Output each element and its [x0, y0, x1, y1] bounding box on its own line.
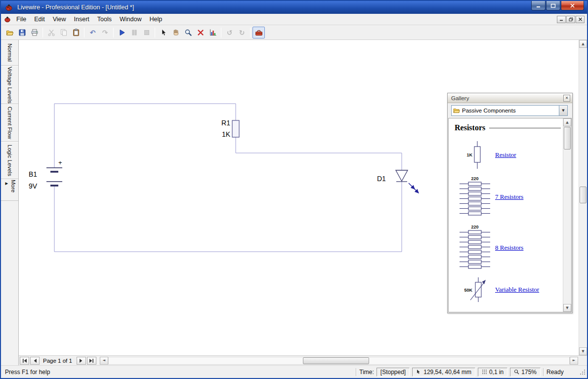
divider: [98, 357, 98, 364]
gallery-category-combobox[interactable]: Passive Components ▼: [451, 105, 568, 116]
menu-item-file[interactable]: File: [12, 15, 30, 24]
side-tab-logic-levels[interactable]: Logic Levels: [1, 142, 18, 179]
wire-segment[interactable]: [54, 182, 402, 252]
pause-button[interactable]: [128, 27, 140, 38]
side-tab-normal[interactable]: Normal: [1, 40, 18, 66]
zoom-icon: [514, 369, 519, 375]
mdi-minimize-button[interactable]: [557, 16, 566, 23]
wire-segment[interactable]: [54, 104, 236, 168]
svg-text:220: 220: [471, 176, 478, 181]
gallery-scroll-down-button[interactable]: ▼: [563, 304, 571, 312]
save-button[interactable]: [16, 27, 28, 38]
redo-button[interactable]: ↷: [99, 27, 111, 38]
gallery-category-row: Passive Components ▼: [448, 103, 572, 118]
menu-item-edit[interactable]: Edit: [30, 15, 49, 24]
menu-item-view[interactable]: View: [49, 15, 70, 24]
vertical-scrollbar[interactable]: ▲ ▼: [579, 40, 587, 355]
stop-button[interactable]: [140, 27, 153, 38]
zoom-button[interactable]: [182, 27, 194, 38]
previous-page-button[interactable]: [30, 357, 40, 365]
scroll-right-button[interactable]: ►: [570, 357, 578, 365]
horizontal-scrollbar-track[interactable]: [108, 357, 570, 365]
resistor-array-icon[interactable]: 220: [455, 224, 495, 271]
next-page-button[interactable]: [77, 357, 86, 365]
run-button[interactable]: [116, 27, 128, 38]
up-arrow-icon: ▲: [566, 121, 568, 124]
side-tab-current-flow[interactable]: Current Flow: [1, 104, 18, 142]
select-button[interactable]: [157, 27, 169, 38]
resize-grip[interactable]: [579, 368, 586, 376]
delete-button[interactable]: [194, 27, 207, 38]
graph-button[interactable]: [207, 27, 219, 38]
copy-button[interactable]: [57, 27, 70, 38]
status-right-group: Time: [Stopped] 129,54, 40,64 mm 0,1 in …: [356, 368, 586, 377]
battery-b1[interactable]: + B1 9V: [29, 159, 62, 190]
resistor-array-icon[interactable]: 220: [455, 176, 495, 218]
side-tab-voltage-levels[interactable]: Voltage Levels: [1, 66, 18, 104]
toolbar-separator: [250, 28, 251, 38]
gallery-close-button[interactable]: ✕: [563, 95, 570, 102]
gallery-section-heading: Resistors: [455, 123, 485, 132]
led-d1[interactable]: D1: [377, 170, 419, 193]
gallery-scrollbar[interactable]: ▲ ▼: [563, 118, 571, 312]
first-page-icon: [22, 358, 27, 363]
maximize-button[interactable]: [546, 1, 560, 10]
print-button[interactable]: [28, 27, 41, 38]
canvas-area: + B1 9V R1 1K D1: [19, 40, 587, 365]
gallery-scroll-up-button[interactable]: ▲: [563, 118, 571, 126]
scroll-up-button[interactable]: ▲: [579, 40, 587, 48]
view-tab-strip: NormalVoltage LevelsCurrent FlowLogic Le…: [1, 40, 19, 365]
scroll-left-button[interactable]: ◄: [100, 357, 108, 365]
gallery-item-8-resistors: 2208 Resistors: [455, 224, 563, 271]
toolbar-separator: [221, 28, 221, 38]
red-x-icon: [197, 29, 205, 37]
window-title: Livewire - Professional Edition - [Untit…: [17, 4, 134, 11]
combobox-dropdown-button[interactable]: ▼: [559, 106, 567, 115]
title-bar[interactable]: Livewire - Professional Edition - [Untit…: [1, 1, 587, 14]
pan-button[interactable]: [169, 27, 182, 38]
cut-button[interactable]: [45, 27, 57, 38]
menu-item-insert[interactable]: Insert: [70, 15, 93, 24]
menu-item-window[interactable]: Window: [116, 15, 145, 24]
window-controls: [531, 1, 584, 10]
rotate-left-button[interactable]: ↺: [223, 27, 236, 38]
last-page-button[interactable]: [87, 357, 96, 365]
resistor-r1[interactable]: R1 1K: [221, 119, 239, 138]
mdi-close-button[interactable]: [576, 16, 585, 23]
folder-icon: [453, 108, 460, 114]
open-button[interactable]: [3, 27, 16, 38]
toolbox-button[interactable]: [252, 27, 265, 38]
hand-icon: [172, 29, 180, 37]
paste-button[interactable]: [70, 27, 82, 38]
schematic-canvas[interactable]: + B1 9V R1 1K D1: [19, 40, 579, 355]
redo-icon: ↷: [102, 29, 108, 36]
first-page-button[interactable]: [20, 357, 29, 365]
gallery-link-8-resistors[interactable]: 8 Resistors: [495, 244, 523, 252]
side-tab-label: Logic Levels: [7, 145, 13, 176]
time-label: Time:: [359, 369, 374, 376]
gallery-title-bar[interactable]: Gallery ✕: [448, 93, 572, 103]
close-button[interactable]: [561, 1, 584, 10]
resistor-variable-icon[interactable]: 50K: [455, 275, 495, 304]
menu-item-help[interactable]: Help: [146, 15, 167, 24]
resistor-ref-label: R1: [221, 119, 230, 127]
gallery-link-resistor[interactable]: Resistor: [495, 151, 516, 159]
vertical-scrollbar-thumb[interactable]: [580, 187, 587, 203]
toolbox-icon: [255, 29, 263, 37]
gallery-link-7-resistors[interactable]: 7 Resistors: [495, 193, 523, 201]
side-tab-more[interactable]: More ▸: [1, 179, 18, 201]
minimize-button[interactable]: [531, 1, 546, 10]
gallery-scrollbar-thumb[interactable]: [564, 127, 571, 150]
down-arrow-icon: ▼: [566, 306, 568, 310]
menu-item-tools[interactable]: Tools: [93, 15, 116, 24]
scroll-down-button[interactable]: ▼: [579, 347, 587, 355]
gallery-link-variable-resistor[interactable]: Variable Resistor: [495, 286, 539, 294]
rotate-right-button[interactable]: ↻: [236, 27, 248, 38]
undo-button[interactable]: ↶: [86, 27, 99, 38]
horizontal-scrollbar-thumb[interactable]: [303, 357, 369, 364]
wire-segment[interactable]: [236, 137, 402, 170]
mdi-restore-button[interactable]: [566, 16, 575, 23]
ready-label: Ready: [546, 369, 575, 376]
resistor-single-icon[interactable]: 1K: [455, 140, 495, 170]
chart-icon: [209, 29, 217, 37]
